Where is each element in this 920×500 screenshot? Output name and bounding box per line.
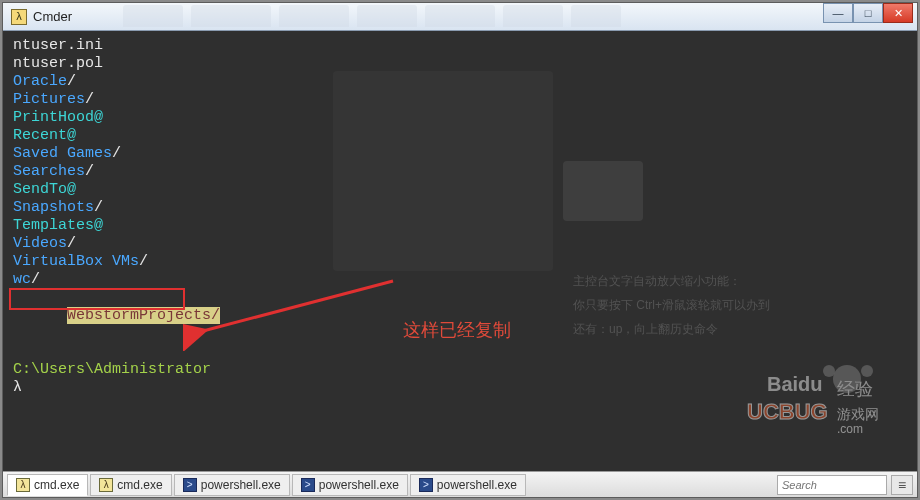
tab-label: powershell.exe bbox=[319, 478, 399, 492]
entry-name: Snapshots bbox=[13, 199, 94, 216]
console-tab[interactable]: λcmd.exe bbox=[90, 474, 171, 496]
terminal[interactable]: 主控台文字自动放大缩小功能： 你只要按下 Ctrl+滑鼠滚轮就可以办到 还有：u… bbox=[3, 31, 917, 471]
powershell-icon: > bbox=[301, 478, 315, 492]
entry-name: Videos bbox=[13, 235, 67, 252]
prompt-symbol[interactable]: λ bbox=[13, 379, 907, 397]
close-button[interactable]: ✕ bbox=[883, 3, 913, 23]
background-tabs bbox=[123, 5, 797, 29]
entry-suffix: / bbox=[112, 145, 121, 162]
bg-tab bbox=[425, 5, 495, 27]
selected-entry[interactable]: WebstormProjects/ bbox=[67, 307, 220, 324]
bg-tab bbox=[279, 5, 349, 27]
entry-name: ntuser.pol bbox=[13, 55, 103, 72]
prompt-cwd: C:\Users\Administrator bbox=[13, 361, 907, 379]
menu-button[interactable]: ≡ bbox=[891, 475, 913, 495]
entry-name: Pictures bbox=[13, 91, 85, 108]
ghost-text: 你只要按下 Ctrl+滑鼠滚轮就可以办到 bbox=[573, 296, 883, 314]
entry-name: SendTo bbox=[13, 181, 67, 198]
search-input[interactable] bbox=[777, 475, 887, 495]
entry-suffix: / bbox=[67, 73, 76, 90]
console-tab[interactable]: >powershell.exe bbox=[410, 474, 526, 496]
console-tab[interactable]: >powershell.exe bbox=[292, 474, 408, 496]
entry-name: Searches bbox=[13, 163, 85, 180]
entry-name: Saved Games bbox=[13, 145, 112, 162]
bg-tab bbox=[503, 5, 563, 27]
bg-tab bbox=[123, 5, 183, 27]
ghost-panel bbox=[333, 71, 553, 271]
entry-name: PrintHood bbox=[13, 109, 94, 126]
titlebar: λ Cmder — □ ✕ bbox=[3, 3, 917, 31]
svg-text:UCBUG: UCBUG bbox=[747, 399, 828, 424]
blank-line bbox=[13, 343, 907, 361]
lambda-icon: λ bbox=[16, 478, 30, 492]
annotation-text: 这样已经复制 bbox=[403, 321, 511, 339]
entry-name: VirtualBox VMs bbox=[13, 253, 139, 270]
minimize-button[interactable]: — bbox=[823, 3, 853, 23]
entry-name: Recent bbox=[13, 127, 67, 144]
entry-suffix: @ bbox=[67, 181, 76, 198]
tab-label: powershell.exe bbox=[201, 478, 281, 492]
entry-name: Templates bbox=[13, 217, 94, 234]
ghost-text: 主控台文字自动放大缩小功能： bbox=[573, 272, 883, 290]
tab-label: cmd.exe bbox=[117, 478, 162, 492]
ghost-text: 还有：up，向上翻历史命令 bbox=[573, 320, 883, 338]
console-tab[interactable]: >powershell.exe bbox=[174, 474, 290, 496]
entry-name: ntuser.ini bbox=[13, 37, 103, 54]
entry-name: Oracle bbox=[13, 73, 67, 90]
entry-suffix: @ bbox=[94, 109, 103, 126]
entry-name: wc bbox=[13, 271, 31, 288]
window-buttons: — □ ✕ bbox=[823, 3, 913, 23]
tab-label: cmd.exe bbox=[34, 478, 79, 492]
bg-tab bbox=[571, 5, 621, 27]
app-icon: λ bbox=[11, 9, 27, 25]
console-tab[interactable]: λcmd.exe bbox=[7, 474, 88, 496]
svg-text:游戏网: 游戏网 bbox=[837, 407, 879, 422]
lambda-icon: λ bbox=[99, 478, 113, 492]
listing-entry: ntuser.ini bbox=[13, 37, 907, 55]
entry-suffix: / bbox=[139, 253, 148, 270]
entry-suffix: / bbox=[31, 271, 40, 288]
window-title: Cmder bbox=[33, 9, 72, 24]
entry-suffix: @ bbox=[67, 127, 76, 144]
titlebar-left: λ Cmder bbox=[3, 9, 72, 25]
tabs-container: λcmd.exeλcmd.exe>powershell.exe>powershe… bbox=[7, 474, 528, 496]
entry-suffix: / bbox=[94, 199, 103, 216]
svg-text:.com: .com bbox=[837, 422, 863, 436]
bg-tab bbox=[357, 5, 417, 27]
entry-suffix: / bbox=[67, 235, 76, 252]
entry-suffix: / bbox=[85, 163, 94, 180]
entry-suffix: @ bbox=[94, 217, 103, 234]
ghost-panel bbox=[563, 161, 643, 221]
maximize-button[interactable]: □ bbox=[853, 3, 883, 23]
cmder-window: λ Cmder — □ ✕ 主控台文字自动放大缩小功能： 你只要按下 Ctrl+… bbox=[2, 2, 918, 498]
ghost-hint: 主控台文字自动放大缩小功能： 你只要按下 Ctrl+滑鼠滚轮就可以办到 还有：u… bbox=[563, 266, 893, 344]
powershell-icon: > bbox=[419, 478, 433, 492]
bg-tab bbox=[191, 5, 271, 27]
tab-label: powershell.exe bbox=[437, 478, 517, 492]
entry-suffix: / bbox=[85, 91, 94, 108]
powershell-icon: > bbox=[183, 478, 197, 492]
tab-bar: λcmd.exeλcmd.exe>powershell.exe>powershe… bbox=[3, 471, 917, 497]
